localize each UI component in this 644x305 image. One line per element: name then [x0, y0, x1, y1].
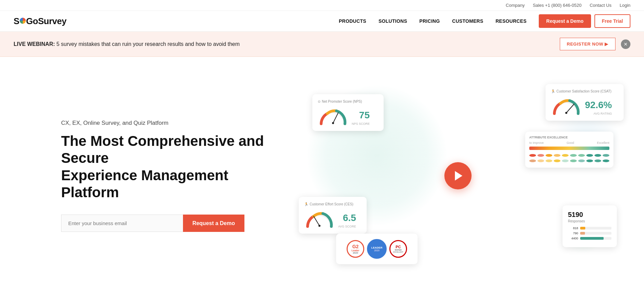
- capterra-badge-circle: LEADER 2020: [367, 239, 387, 259]
- ces-score: 6.5: [338, 213, 356, 223]
- ces-card: 🏃 Customer Effort Score (CES) 6.5 AVG SC…: [299, 197, 367, 234]
- response-bar-2: [580, 232, 585, 235]
- nav-pricing[interactable]: PRICING: [414, 15, 445, 27]
- responses-total: 5190: [568, 211, 611, 219]
- pc-badge-circle: PC RATED EXCELLENT: [389, 240, 407, 258]
- hero-demo-button[interactable]: Request a Demo: [183, 215, 244, 232]
- svg-point-3: [565, 112, 567, 114]
- nav-customers[interactable]: CUSTOMERS: [447, 15, 489, 27]
- heatmap-title: ATTRIBUTE EXCELLENCE: [529, 136, 609, 139]
- csat-gauge-svg: [551, 97, 582, 115]
- banner-close-button[interactable]: ✕: [621, 39, 630, 49]
- ces-score-wrap: 6.5 AVG SCORE: [338, 213, 356, 228]
- svg-line-4: [314, 216, 319, 226]
- svg-point-1: [332, 122, 334, 124]
- g2-badge: G2 Leader 2020: [347, 240, 364, 258]
- ces-gauge: 6.5 AVG SCORE: [304, 209, 361, 228]
- response-bar-3: [580, 237, 604, 240]
- response-row-1: 818: [568, 226, 611, 230]
- play-icon: [455, 171, 462, 181]
- header: S GoSurvey PRODUCTS SOLUTIONS PRICING CU…: [0, 11, 644, 32]
- logo-text-2: GoSurvey: [26, 16, 67, 27]
- response-bar-1: [580, 227, 585, 230]
- contact-link[interactable]: Contact Us: [590, 3, 611, 8]
- nps-score-label: NPS SCORE: [352, 122, 370, 125]
- hero-title-line2: Experience Management Platform: [61, 167, 228, 200]
- hero-form: Request a Demo: [61, 215, 244, 232]
- heatmap-header: to Improve Good Excellent: [529, 141, 609, 145]
- g2-badge-circle: G2 Leader 2020: [347, 240, 364, 258]
- nps-card-title: ⊙ Net Promoter Score (NPS): [318, 100, 378, 103]
- email-input[interactable]: [61, 215, 183, 232]
- ces-gauge-svg: [304, 209, 335, 228]
- free-trial-button[interactable]: Free Trial: [594, 14, 630, 28]
- sales-link[interactable]: Sales +1 (800) 646-0520: [533, 3, 581, 8]
- svg-line-0: [333, 113, 338, 123]
- nav-solutions[interactable]: SOLUTIONS: [373, 15, 412, 27]
- register-now-button[interactable]: REGISTER NOW ▶: [560, 38, 615, 50]
- logo-text-1: S: [14, 16, 19, 27]
- nps-gauge-svg: [318, 107, 348, 125]
- response-num-3: 4400: [568, 237, 578, 240]
- webinar-text: LIVE WEBINAR: 5 survey mistakes that can…: [14, 41, 560, 47]
- heatmap-card: ATTRIBUTE EXCELLENCE to Improve Good Exc…: [525, 132, 613, 168]
- hero-subtitle: CX, EX, Online Survey, and Quiz Platform: [61, 120, 278, 126]
- webinar-description: 5 survey mistakes that can ruin your res…: [56, 41, 240, 47]
- csat-score: 92.6%: [585, 100, 612, 111]
- hero-section: CX, EX, Online Survey, and Quiz Platform…: [0, 57, 644, 295]
- logo-icon: [20, 18, 26, 24]
- heatmap-grid: [529, 153, 609, 158]
- nav-products[interactable]: PRODUCTS: [333, 15, 372, 27]
- capterra-badge: LEADER 2020: [367, 239, 387, 259]
- csat-gauge: 92.6% AVG RATING: [551, 97, 618, 115]
- response-bar-wrap-3: [580, 237, 611, 240]
- csat-card-title: 🏃 Customer Satisfaction Score (CSAT): [551, 89, 618, 93]
- csat-icon: 🏃: [551, 89, 555, 93]
- login-link[interactable]: Login: [620, 3, 630, 8]
- webinar-label: LIVE WEBINAR:: [14, 41, 55, 47]
- company-link[interactable]: Company: [506, 3, 525, 8]
- logo[interactable]: S GoSurvey: [14, 16, 67, 27]
- nps-icon: ⊙: [318, 100, 320, 103]
- svg-line-2: [566, 104, 574, 113]
- ces-score-label: AVG SCORE: [338, 225, 356, 228]
- nps-score-wrap: 75 NPS SCORE: [352, 110, 370, 125]
- response-num-2: 790: [568, 232, 578, 235]
- heatmap-label-improve: to Improve: [529, 141, 544, 145]
- ces-card-title: 🏃 Customer Effort Score (CES): [304, 202, 361, 206]
- nps-card: ⊙ Net Promoter Score (NPS): [312, 94, 384, 131]
- webinar-banner: LIVE WEBINAR: 5 survey mistakes that can…: [0, 32, 644, 57]
- response-num-1: 818: [568, 226, 578, 230]
- heatmap-grid-2: [529, 158, 609, 164]
- response-bar-wrap-1: [580, 227, 611, 230]
- top-bar: Company Sales +1 (800) 646-0520 Contact …: [0, 0, 644, 11]
- csat-card: 🏃 Customer Satisfaction Score (CSAT) 92.…: [546, 84, 624, 121]
- heatmap-label-excellent: Excellent: [597, 141, 609, 145]
- response-row-3: 4400: [568, 237, 611, 240]
- hero-right: ⊙ Net Promoter Score (NPS): [285, 77, 630, 274]
- nps-score: 75: [352, 110, 370, 121]
- heatmap-label-good: Good: [567, 141, 574, 145]
- responses-card: 5190 Responses 818 790 4400: [563, 205, 617, 247]
- badges-wrap: G2 Leader 2020 LEADER 2020 PC: [342, 239, 412, 259]
- csat-score-label: AVG RATING: [585, 112, 612, 115]
- main-nav: PRODUCTS SOLUTIONS PRICING CUSTOMERS RES…: [333, 15, 532, 27]
- hero-title: The Most Comprehensive and Secure Experi…: [61, 133, 278, 201]
- heatmap-colorbar: [529, 147, 609, 150]
- response-bar-wrap-2: [580, 232, 611, 235]
- play-button[interactable]: [444, 162, 472, 189]
- ces-icon: 🏃: [304, 202, 308, 206]
- nav-resources[interactable]: RESOURCES: [490, 15, 532, 27]
- responses-label: Responses: [568, 219, 611, 223]
- response-row-2: 790: [568, 232, 611, 235]
- request-demo-button[interactable]: Request a Demo: [539, 14, 591, 28]
- hero-left: CX, EX, Online Survey, and Quiz Platform…: [61, 120, 278, 232]
- svg-point-5: [318, 225, 320, 227]
- badges-card: G2 Leader 2020 LEADER 2020 PC: [336, 234, 418, 264]
- pc-badge: PC RATED EXCELLENT: [389, 240, 407, 258]
- csat-score-wrap: 92.6% AVG RATING: [585, 100, 612, 115]
- nps-gauge: 75 NPS SCORE: [318, 107, 378, 125]
- hero-title-line1: The Most Comprehensive and Secure: [61, 133, 264, 166]
